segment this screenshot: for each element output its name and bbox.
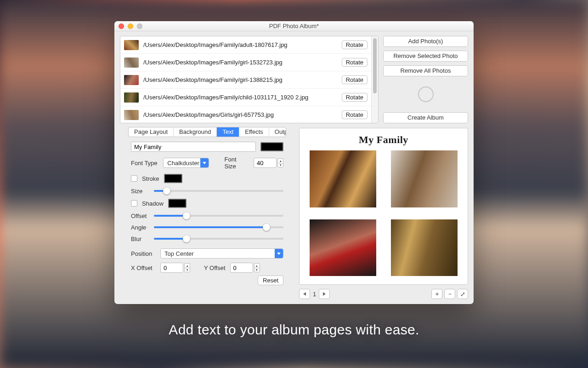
shadow-checkbox[interactable] (131, 200, 137, 207)
marketing-caption: Add text to your album pages with ease. (0, 322, 588, 338)
list-scrollbar[interactable] (371, 36, 378, 123)
add-photos-button[interactable]: Add Photo(s) (383, 36, 468, 47)
create-album-button[interactable]: Create Album (383, 112, 468, 123)
chevron-down-icon (200, 158, 209, 167)
font-type-label: Font Type (131, 160, 158, 167)
next-page-button[interactable] (319, 289, 330, 299)
rotate-button[interactable]: Rotate (342, 93, 368, 102)
photo-thumbnail-icon (124, 110, 139, 120)
shadow-angle-label: Angle (131, 224, 149, 231)
photo-row[interactable]: /Users/Alex/Desktop/Images/Family/child-… (120, 89, 371, 106)
shadow-blur-label: Blur (131, 236, 149, 242)
photo-path: /Users/Alex/Desktop/Images/Family/girl-1… (143, 59, 337, 66)
font-size-stepper[interactable]: ▴▾ (277, 158, 283, 167)
preview-title: My Family (310, 134, 458, 146)
tab-effects[interactable]: Effects (239, 127, 269, 137)
rotate-button[interactable]: Rotate (342, 58, 368, 67)
top-row: /Users/Alex/Desktop/Images/Family/adult-… (120, 36, 468, 123)
zoom-in-button[interactable]: ＋ (431, 289, 442, 299)
preview-toolbar: 1 ＋ － ⤢ (299, 288, 468, 299)
preview-photo (310, 150, 376, 207)
yoffset-label: Y Offset (204, 264, 226, 271)
stroke-size-slider[interactable] (154, 187, 283, 195)
tab-background[interactable]: Background (174, 127, 217, 137)
xoffset-stepper[interactable]: ▴▾ (184, 263, 190, 272)
xoffset-input[interactable] (160, 263, 183, 273)
font-type-value: Chalkduster (167, 160, 199, 167)
preview-photo (391, 150, 458, 207)
shadow-color-swatch[interactable] (168, 199, 187, 208)
preview-panel: My Family 1 ＋ (299, 127, 468, 299)
photo-path: /Users/Alex/Desktop/Images/Family/adult-… (143, 41, 337, 48)
shadow-offset-slider[interactable] (154, 212, 283, 219)
rotate-button[interactable]: Rotate (342, 110, 368, 119)
rotate-button[interactable]: Rotate (342, 75, 368, 84)
position-label: Position (131, 250, 156, 257)
progress-spinner-icon (418, 86, 434, 102)
xoffset-label: X Offset (131, 264, 156, 271)
shadow-angle-slider[interactable] (154, 224, 283, 231)
photo-path: /Users/Alex/Desktop/Images/Family/child-… (143, 94, 337, 101)
window-title: PDF Photo Album* (114, 23, 474, 29)
photo-path: /Users/Alex/Desktop/Images/Girls/girl-65… (143, 111, 337, 118)
app-window: PDF Photo Album* /Users/Alex/Desktop/Ima… (114, 21, 474, 304)
photo-row[interactable]: /Users/Alex/Desktop/Images/Family/adult-… (120, 36, 371, 54)
stroke-color-swatch[interactable] (164, 174, 182, 183)
fullscreen-button[interactable]: ⤢ (457, 289, 468, 299)
bottom-row: Page Layout Background Text Effects Outp… (120, 127, 468, 299)
photo-thumbnail-icon (124, 92, 139, 103)
photo-row[interactable]: /Users/Alex/Desktop/Images/Family/girl-1… (120, 54, 371, 71)
photo-row[interactable]: /Users/Alex/Desktop/Images/Family/girl-1… (120, 71, 371, 89)
photo-path: /Users/Alex/Desktop/Images/Family/girl-1… (143, 76, 337, 83)
stroke-label: Stroke (142, 175, 159, 182)
photo-list: /Users/Alex/Desktop/Images/Family/adult-… (120, 36, 379, 123)
text-color-swatch[interactable] (260, 142, 283, 151)
photo-thumbnail-icon (124, 58, 139, 68)
tab-page-layout[interactable]: Page Layout (129, 127, 174, 137)
font-type-select[interactable]: Chalkduster (163, 158, 209, 168)
position-select[interactable]: Top Center (160, 248, 283, 259)
reset-button[interactable]: Reset (258, 276, 283, 285)
title-bar[interactable]: PDF Photo Album* (114, 21, 474, 31)
tab-text[interactable]: Text (217, 127, 239, 137)
tab-output[interactable]: Output (269, 127, 286, 137)
window-content: /Users/Alex/Desktop/Images/Family/adult-… (114, 31, 474, 304)
shadow-blur-slider[interactable] (154, 235, 283, 242)
font-size-input[interactable] (254, 158, 277, 168)
chevron-down-icon (275, 249, 283, 258)
zoom-out-button[interactable]: － (444, 289, 455, 299)
photo-actions: Add Photo(s) Remove Selected Photo Remov… (383, 36, 468, 123)
stroke-size-label: Size (131, 188, 149, 195)
shadow-label: Shadow (142, 200, 164, 207)
photo-thumbnail-icon (124, 40, 139, 50)
photo-row[interactable]: /Users/Alex/Desktop/Images/Girls/girl-65… (120, 106, 371, 123)
remove-all-button[interactable]: Remove All Photos (383, 65, 468, 76)
yoffset-input[interactable] (230, 263, 253, 273)
title-input[interactable] (131, 142, 256, 152)
rotate-button[interactable]: Rotate (342, 40, 368, 49)
text-settings: Font Type Chalkduster Font Size ▴▾ (120, 137, 294, 276)
remove-selected-button[interactable]: Remove Selected Photo (383, 51, 468, 62)
shadow-offset-label: Offset (131, 213, 149, 219)
settings-tabs: Page Layout Background Text Effects Outp… (128, 127, 286, 137)
album-preview: My Family (299, 128, 468, 285)
preview-photo (391, 219, 458, 276)
prev-page-button[interactable] (299, 289, 310, 299)
photo-thumbnail-icon (124, 75, 139, 85)
stroke-checkbox[interactable] (131, 175, 137, 182)
yoffset-stepper[interactable]: ▴▾ (254, 263, 260, 272)
position-value: Top Center (164, 250, 194, 257)
settings-panel: Page Layout Background Text Effects Outp… (120, 127, 294, 299)
page-number: 1 (313, 291, 316, 298)
preview-photo (310, 219, 376, 276)
font-size-label: Font Size (225, 156, 249, 170)
